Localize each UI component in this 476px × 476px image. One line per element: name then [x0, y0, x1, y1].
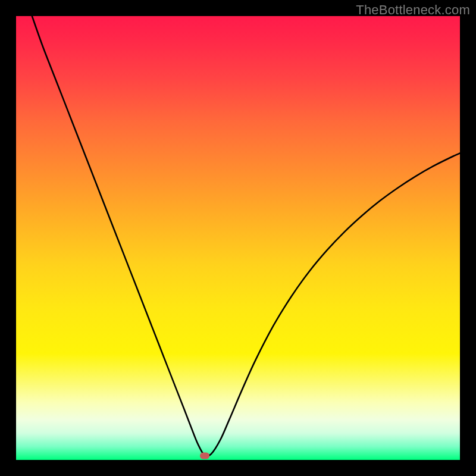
chart-frame: TheBottleneck.com [0, 0, 476, 476]
plot-area [16, 16, 460, 460]
bottleneck-curve [16, 16, 460, 460]
optimal-point-marker [200, 452, 209, 459]
watermark-text: TheBottleneck.com [356, 2, 470, 18]
